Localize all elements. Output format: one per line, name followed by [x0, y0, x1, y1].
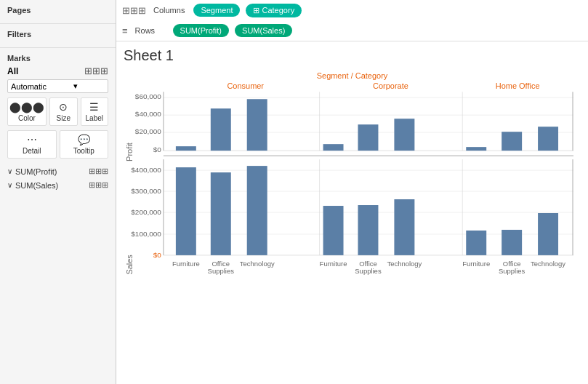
measure-sales-row[interactable]: ∨ SUM(Sales) ⊞⊞⊞	[7, 178, 108, 192]
measure-profit-label: SUM(Profit)	[15, 167, 89, 176]
profit-y-20k: $20,000	[135, 127, 161, 135]
size-icon: ⊙	[59, 101, 68, 113]
category-pill[interactable]: ⊞ Category	[246, 4, 302, 17]
bar-consumer-officesupplies-sales	[211, 172, 231, 255]
size-label: Size	[57, 114, 71, 122]
sales-y-0: $0	[153, 251, 162, 259]
chart-container: Segment / Category Consumer Corporate Ho…	[124, 68, 581, 378]
chart-svg: Segment / Category Consumer Corporate Ho…	[124, 68, 581, 359]
measure-sales-label: SUM(Sales)	[15, 181, 89, 190]
sales-pill-label: SUM(Sales)	[242, 26, 285, 35]
xlbl-homeoffice-officesupplies2: Supplies	[499, 267, 525, 275]
columns-toolbar: ⊞⊞⊞ Columns Segment ⊞ Category	[116, 0, 588, 20]
xlbl-consumer-furniture: Furniture	[172, 260, 200, 268]
sheet-content: Sheet 1 Segment / Category Consumer Corp…	[116, 41, 588, 384]
homeoffice-label: Home Office	[496, 81, 540, 90]
bar-homeoffice-officesupplies-sales	[502, 230, 522, 255]
rows-label: Rows	[135, 26, 164, 35]
sales-y-400k: $400,000	[131, 166, 161, 174]
rows-icon: ≡	[122, 25, 128, 36]
marks-section: Marks All ⊞⊞⊞ Automatic ▾ ⬤⬤⬤ Color ⊙ Si…	[0, 48, 116, 198]
tooltip-label: Tooltip	[73, 147, 94, 155]
color-button[interactable]: ⬤⬤⬤ Color	[7, 97, 47, 126]
xlbl-consumer-technology: Technology	[240, 260, 275, 268]
pages-section: Pages	[0, 0, 116, 24]
size-button[interactable]: ⊙ Size	[49, 97, 78, 126]
tooltip-button[interactable]: 💬 Tooltip	[60, 130, 109, 159]
xlbl-homeoffice-furniture: Furniture	[462, 260, 490, 268]
sales-axis-label: Sales	[125, 255, 134, 275]
sales-pill[interactable]: SUM(Sales)	[235, 24, 292, 37]
detail-button[interactable]: ⋯ Detail	[7, 130, 57, 159]
legend-title: Segment / Category	[317, 71, 388, 80]
bar-consumer-furniture-sales	[176, 167, 196, 255]
corporate-label: Corporate	[373, 81, 408, 90]
sales-y-100k: $100,000	[131, 230, 161, 238]
segment-pill[interactable]: Segment	[193, 4, 240, 17]
pages-title: Pages	[7, 6, 108, 15]
bar-corporate-furniture-profit	[323, 144, 344, 151]
bar-homeoffice-furniture-profit	[466, 147, 486, 151]
label-button[interactable]: ☰ Label	[81, 97, 109, 126]
color-icon: ⬤⬤⬤	[9, 101, 44, 113]
measure-profit-row[interactable]: ∨ SUM(Profit) ⊞⊞⊞	[7, 164, 108, 178]
xlbl-corporate-technology: Technology	[387, 260, 422, 268]
profit-pill-label: SUM(Profit)	[180, 26, 222, 35]
bar-consumer-technology-profit	[247, 99, 267, 151]
bar-consumer-officesupplies-profit	[211, 108, 231, 151]
detail-label: Detail	[23, 147, 41, 155]
profit-pill[interactable]: SUM(Profit)	[173, 24, 229, 37]
bar-corporate-technology-sales	[394, 199, 414, 255]
measure-profit-icon: ⊞⊞⊞	[89, 167, 108, 176]
marks-all-icon: ⊞⊞⊞	[84, 65, 108, 76]
marks-bottom-buttons: ⋯ Detail 💬 Tooltip	[7, 130, 108, 159]
toolbar-area: ⊞⊞⊞ Columns Segment ⊞ Category ≡ Rows SU…	[116, 0, 588, 41]
bar-corporate-technology-profit	[394, 119, 414, 151]
profit-axis-label: Profit	[125, 143, 134, 161]
bar-homeoffice-technology-profit	[538, 127, 558, 151]
bar-homeoffice-technology-sales	[538, 213, 558, 255]
bar-corporate-officesupplies-profit	[358, 124, 378, 151]
bar-corporate-officesupplies-sales	[358, 205, 378, 255]
marks-title: Marks	[7, 54, 108, 63]
bar-consumer-technology-sales	[247, 166, 267, 255]
category-pill-label: ⊞ Category	[253, 6, 294, 15]
left-panel: Pages Filters Marks All ⊞⊞⊞ Automatic ▾ …	[0, 0, 116, 384]
segment-pill-label: Segment	[201, 6, 233, 15]
filters-section: Filters	[0, 24, 116, 48]
sales-y-300k: $300,000	[131, 187, 161, 195]
color-label: Color	[18, 114, 36, 122]
main-area: ⊞⊞⊞ Columns Segment ⊞ Category ≡ Rows SU…	[116, 0, 588, 384]
bar-consumer-furniture-profit	[176, 146, 196, 151]
measure-profit-chevron: ∨	[7, 167, 12, 175]
bar-homeoffice-officesupplies-profit	[502, 132, 522, 151]
consumer-label: Consumer	[227, 81, 264, 90]
label-label: Label	[86, 114, 103, 122]
columns-label: Columns	[153, 6, 185, 15]
xlbl-corporate-furniture: Furniture	[320, 260, 347, 268]
profit-y-0: $0	[153, 145, 162, 153]
bar-corporate-furniture-sales	[323, 206, 344, 255]
rows-toolbar: ≡ Rows SUM(Profit) SUM(Sales)	[116, 20, 588, 41]
marks-all-label: All	[7, 66, 18, 76]
measure-sales-chevron: ∨	[7, 181, 12, 189]
label-icon: ☰	[89, 101, 99, 113]
xlbl-consumer-officesupplies2: Supplies	[208, 267, 235, 275]
xlbl-homeoffice-technology: Technology	[531, 260, 565, 268]
bar-homeoffice-furniture-sales	[466, 231, 486, 255]
profit-y-40k: $40,000	[135, 110, 161, 118]
detail-icon: ⋯	[27, 134, 37, 145]
dropdown-arrow-icon: ▾	[73, 81, 78, 91]
columns-icon: ⊞⊞⊞	[122, 5, 146, 16]
tooltip-icon: 💬	[78, 134, 90, 145]
profit-y-60k: $60,000	[135, 92, 161, 100]
sales-y-200k: $200,000	[131, 208, 161, 216]
marks-dropdown[interactable]: Automatic ▾	[7, 79, 108, 93]
filters-title: Filters	[7, 30, 108, 39]
marks-buttons: ⬤⬤⬤ Color ⊙ Size ☰ Label	[7, 97, 108, 126]
xlbl-corporate-officesupplies2: Supplies	[355, 267, 382, 275]
marks-dropdown-label: Automatic	[11, 82, 47, 91]
sheet-title: Sheet 1	[124, 47, 581, 64]
measure-sales-icon: ⊞⊞⊞	[89, 180, 108, 190]
